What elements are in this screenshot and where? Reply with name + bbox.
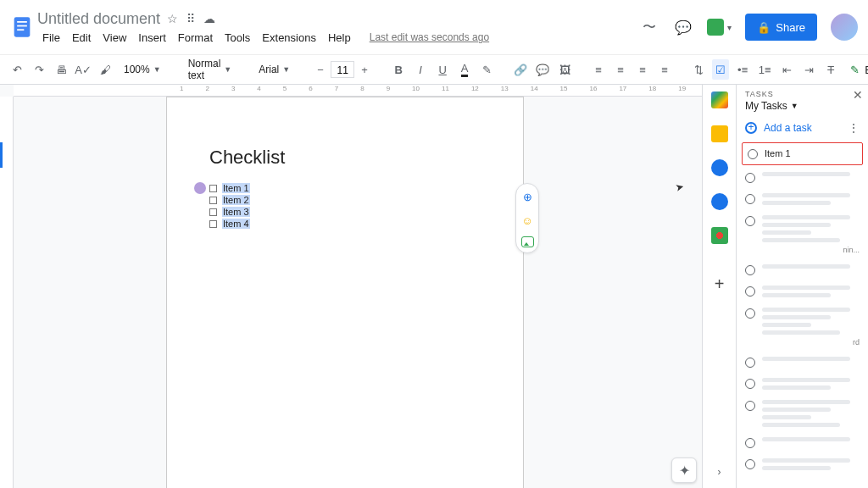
explore-button[interactable]: ✦ [671, 458, 697, 483]
comments-icon[interactable]: 💬 [673, 17, 693, 37]
menu-view[interactable]: View [97, 30, 131, 46]
insert-link-button[interactable]: 🔗 [512, 59, 529, 80]
task-complete-circle[interactable] [745, 358, 755, 368]
add-image-icon[interactable] [521, 236, 534, 247]
page[interactable]: Checklist Item 1Item 2Item 3Item 4 [166, 97, 524, 488]
task-item[interactable] [737, 373, 868, 395]
font-size-increase[interactable]: + [356, 59, 373, 80]
task-item[interactable]: rd [737, 302, 868, 352]
checklist-item[interactable]: Item 2 [209, 194, 481, 206]
task-title[interactable]: Item 1 [765, 148, 791, 158]
add-comment-icon[interactable]: ⊕ [520, 189, 535, 204]
underline-button[interactable]: U [434, 59, 451, 80]
checklist-item-text[interactable]: Item 3 [222, 207, 250, 217]
task-complete-circle[interactable] [745, 173, 755, 183]
last-edit-link[interactable]: Last edit was seconds ago [370, 31, 489, 43]
share-button[interactable]: 🔒 Share [745, 14, 817, 41]
task-complete-circle[interactable] [745, 401, 755, 411]
task-complete-circle[interactable] [748, 149, 758, 159]
checklist-item-text[interactable]: Item 4 [222, 219, 250, 229]
menu-edit[interactable]: Edit [67, 30, 96, 46]
checklist-item[interactable]: Item 1 [209, 182, 481, 194]
line-spacing-button[interactable]: ⇅ [690, 59, 707, 80]
align-left-button[interactable]: ≡ [590, 59, 607, 80]
checklist-item[interactable]: Item 4 [209, 218, 481, 230]
align-center-button[interactable]: ≡ [612, 59, 629, 80]
checklist-item[interactable]: Item 3 [209, 206, 481, 218]
align-right-button[interactable]: ≡ [634, 59, 651, 80]
undo-button[interactable]: ↶ [8, 59, 25, 80]
task-complete-circle[interactable] [745, 438, 755, 448]
paragraph-style-select[interactable]: Normal text▼ [183, 59, 237, 80]
tasks-more-icon[interactable]: ⋮ [848, 121, 860, 135]
insert-image-button[interactable]: 🖼 [556, 59, 573, 80]
checklist-item-text[interactable]: Item 1 [222, 183, 250, 193]
task-complete-circle[interactable] [745, 379, 755, 389]
checkbox-icon[interactable] [209, 197, 217, 204]
task-complete-circle[interactable] [745, 308, 755, 319]
align-justify-button[interactable]: ≡ [656, 59, 673, 80]
font-size-decrease[interactable]: − [312, 59, 329, 80]
print-button[interactable]: 🖶 [53, 59, 70, 80]
meet-button[interactable]: ▾ [707, 19, 732, 36]
insert-comment-button[interactable]: 💬 [534, 59, 551, 80]
task-item[interactable] [737, 432, 868, 453]
task-complete-circle[interactable] [745, 286, 755, 297]
task-item[interactable] [737, 280, 868, 302]
cloud-status-icon[interactable]: ☁ [203, 12, 215, 25]
tasks-app-icon[interactable] [711, 159, 728, 176]
task-complete-circle[interactable] [745, 216, 755, 226]
docs-logo[interactable] [7, 0, 37, 54]
task-item[interactable]: nin... [737, 210, 868, 259]
checkbox-icon[interactable] [209, 220, 217, 228]
zoom-select[interactable]: 100%▼ [119, 59, 166, 80]
highlight-button[interactable]: ✎ [478, 59, 495, 80]
outdent-button[interactable]: ⇤ [778, 59, 795, 80]
font-size-input[interactable]: 11 [331, 61, 354, 78]
add-task-button[interactable]: Add a task ⋮ [737, 115, 868, 141]
close-tasks-panel-icon[interactable]: ✕ [853, 88, 863, 102]
maps-app-icon[interactable] [711, 227, 728, 244]
task-item[interactable] [737, 453, 868, 475]
task-item[interactable] [737, 167, 868, 188]
task-complete-circle[interactable] [745, 194, 755, 204]
menu-extensions[interactable]: Extensions [257, 30, 321, 46]
get-addons-button[interactable]: + [715, 274, 725, 294]
add-emoji-icon[interactable]: ☺ [520, 213, 535, 228]
task-complete-circle[interactable] [745, 459, 755, 469]
checklist-button[interactable]: ☑ [712, 59, 729, 80]
contacts-app-icon[interactable] [711, 193, 728, 210]
menu-tools[interactable]: Tools [220, 30, 255, 46]
bold-button[interactable]: B [390, 59, 407, 80]
menu-insert[interactable]: Insert [133, 30, 171, 46]
menu-format[interactable]: Format [173, 30, 218, 46]
italic-button[interactable]: I [412, 59, 429, 80]
calendar-app-icon[interactable] [711, 92, 728, 108]
task-item[interactable] [737, 259, 868, 280]
text-color-button[interactable]: A [456, 59, 473, 80]
task-item-highlighted[interactable]: Item 1 [742, 142, 863, 165]
activity-icon[interactable]: 〜 [639, 17, 659, 37]
menu-help[interactable]: Help [323, 30, 356, 46]
paint-format-button[interactable]: 🖌 [97, 59, 114, 80]
checklist-item-text[interactable]: Item 2 [222, 195, 250, 205]
mode-select[interactable]: ✎ Editing ▼ [844, 60, 868, 80]
hide-side-panel-button[interactable]: › [718, 466, 721, 478]
horizontal-ruler[interactable]: 12345678910111213141516171819 [14, 85, 702, 97]
task-item[interactable] [737, 395, 868, 432]
task-item[interactable] [737, 352, 868, 373]
spellcheck-button[interactable]: A✓ [75, 59, 92, 80]
checkbox-icon[interactable] [209, 208, 217, 216]
menu-file[interactable]: File [37, 30, 65, 46]
document-canvas[interactable]: 12345678910111213141516171819 Checklist … [0, 85, 702, 488]
font-select[interactable]: Arial▼ [253, 59, 295, 80]
keep-app-icon[interactable] [711, 125, 728, 142]
redo-button[interactable]: ↷ [31, 59, 47, 80]
tasks-list-select[interactable]: My Tasks▼ [745, 100, 860, 112]
document-title[interactable]: Untitled document [37, 10, 160, 28]
account-avatar[interactable] [831, 14, 858, 41]
document-heading[interactable]: Checklist [209, 147, 481, 169]
task-complete-circle[interactable] [745, 265, 755, 275]
indent-button[interactable]: ⇥ [800, 59, 817, 80]
numbered-list-button[interactable]: 1≡ [756, 59, 773, 80]
